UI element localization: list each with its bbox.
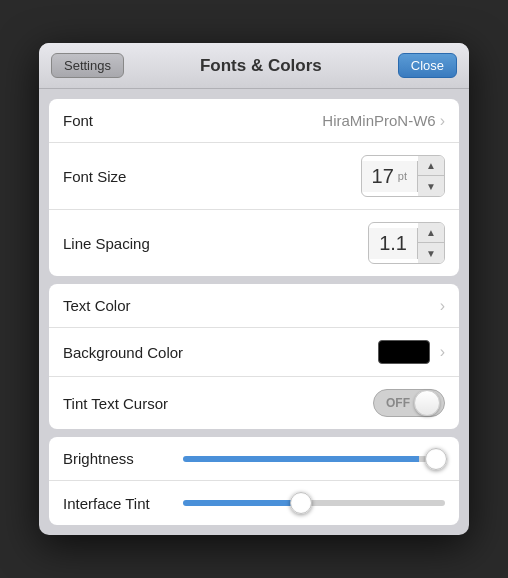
- font-size-buttons: ▲ ▼: [418, 156, 444, 196]
- close-button[interactable]: Close: [398, 53, 457, 78]
- line-spacing-row: Line Spacing 1.1 ▲ ▼: [49, 210, 459, 276]
- toggle-off-label: OFF: [386, 396, 410, 410]
- toggle-thumb: [414, 390, 440, 416]
- font-size-label: Font Size: [63, 168, 361, 185]
- brightness-row: Brightness: [49, 437, 459, 481]
- dialog-title: Fonts & Colors: [124, 56, 398, 76]
- font-label: Font: [63, 112, 322, 129]
- interface-tint-row: Interface Tint: [49, 481, 459, 525]
- font-size-decrement-button[interactable]: ▼: [418, 176, 444, 196]
- background-color-row[interactable]: Background Color ›: [49, 328, 459, 377]
- title-bar: Settings Fonts & Colors Close: [39, 43, 469, 89]
- settings-button[interactable]: Settings: [51, 53, 124, 78]
- font-size-value: 17 pt: [362, 161, 418, 192]
- font-chevron-icon: ›: [440, 112, 445, 130]
- interface-tint-label: Interface Tint: [63, 495, 183, 512]
- color-section: Text Color › Background Color › Tint Tex…: [49, 284, 459, 429]
- line-spacing-label: Line Spacing: [63, 235, 368, 252]
- line-spacing-value: 1.1: [369, 228, 418, 259]
- line-spacing-decrement-button[interactable]: ▼: [418, 243, 444, 263]
- font-size-unit: pt: [398, 170, 407, 182]
- interface-tint-slider[interactable]: [183, 500, 445, 506]
- text-color-row[interactable]: Text Color ›: [49, 284, 459, 328]
- background-color-swatch: [378, 340, 430, 364]
- background-color-label: Background Color: [63, 344, 378, 361]
- line-spacing-buttons: ▲ ▼: [418, 223, 444, 263]
- font-section: Font HiraMinProN-W6 › Font Size 17 pt ▲ …: [49, 99, 459, 276]
- font-row[interactable]: Font HiraMinProN-W6 ›: [49, 99, 459, 143]
- line-spacing-spinner[interactable]: 1.1 ▲ ▼: [368, 222, 445, 264]
- brightness-section: Brightness Interface Tint: [49, 437, 459, 525]
- brightness-slider[interactable]: [183, 456, 445, 462]
- font-size-increment-button[interactable]: ▲: [418, 156, 444, 176]
- background-color-chevron-icon: ›: [440, 343, 445, 361]
- font-value: HiraMinProN-W6 ›: [322, 112, 445, 130]
- dialog-content: Font HiraMinProN-W6 › Font Size 17 pt ▲ …: [39, 89, 469, 535]
- fonts-colors-dialog: Settings Fonts & Colors Close Font HiraM…: [39, 43, 469, 535]
- tint-text-cursor-row: Tint Text Cursor OFF: [49, 377, 459, 429]
- interface-tint-thumb[interactable]: [290, 492, 312, 514]
- tint-text-cursor-toggle[interactable]: OFF: [373, 389, 445, 417]
- text-color-chevron-icon: ›: [440, 297, 445, 315]
- brightness-label: Brightness: [63, 450, 183, 467]
- font-size-row: Font Size 17 pt ▲ ▼: [49, 143, 459, 210]
- tint-text-cursor-label: Tint Text Cursor: [63, 395, 373, 412]
- text-color-label: Text Color: [63, 297, 440, 314]
- line-spacing-increment-button[interactable]: ▲: [418, 223, 444, 243]
- brightness-thumb[interactable]: [425, 448, 447, 470]
- font-size-spinner[interactable]: 17 pt ▲ ▼: [361, 155, 445, 197]
